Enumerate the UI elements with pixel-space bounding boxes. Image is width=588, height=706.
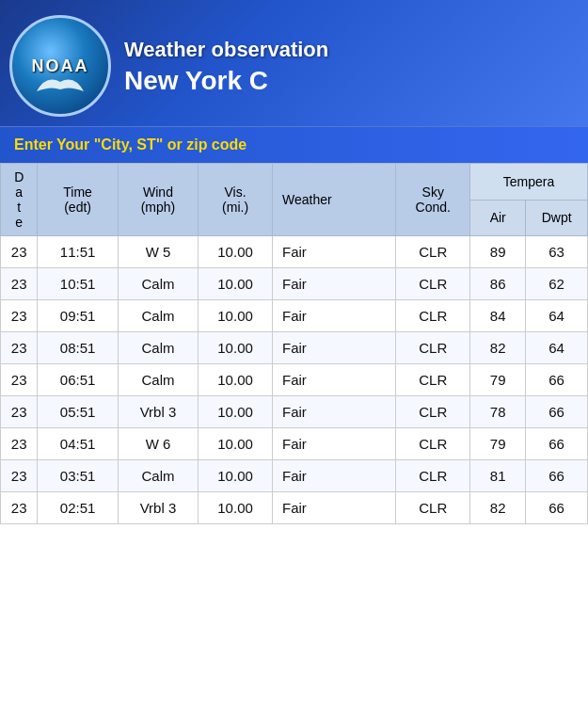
- cell-weather: Fair: [272, 236, 395, 268]
- cell-wind: Vrbl 3: [118, 492, 198, 524]
- table-row: 2306:51Calm10.00FairCLR7966: [1, 364, 588, 396]
- cell-weather: Fair: [272, 396, 395, 428]
- cell-weather: Fair: [272, 268, 395, 300]
- cell-wind: W 6: [118, 428, 198, 460]
- col-header-time: Time(edt): [38, 164, 118, 236]
- cell-air: 81: [470, 460, 526, 492]
- cell-vis: 10.00: [199, 332, 273, 364]
- table-row: 2305:51Vrbl 310.00FairCLR7866: [1, 396, 588, 428]
- cell-weather: Fair: [272, 492, 395, 524]
- cell-date: 23: [1, 428, 38, 460]
- cell-time: 05:51: [38, 396, 118, 428]
- cell-wind: Calm: [118, 460, 198, 492]
- table-row: 2302:51Vrbl 310.00FairCLR8266: [1, 492, 588, 524]
- table-row: 2311:51W 510.00FairCLR8963: [1, 236, 588, 268]
- cell-date: 23: [1, 236, 38, 268]
- cell-sky: CLR: [396, 332, 470, 364]
- cell-date: 23: [1, 492, 38, 524]
- cell-air: 79: [470, 364, 526, 396]
- cell-wind: Calm: [118, 364, 198, 396]
- city-bar[interactable]: Enter Your "City, ST" or zip code: [0, 126, 588, 163]
- cell-air: 89: [470, 236, 526, 268]
- cell-dwpt: 63: [526, 236, 588, 268]
- cell-weather: Fair: [272, 460, 395, 492]
- cell-wind: Calm: [118, 300, 198, 332]
- header: NOAA Weather observation New York C: [0, 0, 588, 126]
- cell-air: 78: [470, 396, 526, 428]
- noaa-label: NOAA: [32, 56, 89, 76]
- table-row: 2309:51Calm10.00FairCLR8464: [1, 300, 588, 332]
- cell-time: 03:51: [38, 460, 118, 492]
- cell-dwpt: 64: [526, 300, 588, 332]
- cell-sky: CLR: [396, 492, 470, 524]
- cell-wind: Calm: [118, 268, 198, 300]
- cell-air: 79: [470, 428, 526, 460]
- cell-time: 02:51: [38, 492, 118, 524]
- col-header-air: Air: [470, 200, 526, 236]
- cell-dwpt: 66: [526, 364, 588, 396]
- cell-wind: Vrbl 3: [118, 396, 198, 428]
- header-city: New York C: [124, 66, 579, 96]
- noaa-logo: NOAA: [9, 15, 113, 119]
- cell-dwpt: 66: [526, 492, 588, 524]
- cell-vis: 10.00: [199, 300, 273, 332]
- table-body: 2311:51W 510.00FairCLR89632310:51Calm10.…: [1, 236, 588, 524]
- table-row: 2310:51Calm10.00FairCLR8662: [1, 268, 588, 300]
- cell-air: 82: [470, 332, 526, 364]
- col-header-wind: Wind(mph): [118, 164, 198, 236]
- cell-vis: 10.00: [199, 428, 273, 460]
- cell-air: 84: [470, 300, 526, 332]
- cell-vis: 10.00: [199, 268, 273, 300]
- cell-time: 08:51: [38, 332, 118, 364]
- cell-time: 04:51: [38, 428, 118, 460]
- cell-weather: Fair: [272, 364, 395, 396]
- cell-wind: W 5: [118, 236, 198, 268]
- header-title: Weather observation: [124, 38, 579, 62]
- cell-date: 23: [1, 332, 38, 364]
- cell-dwpt: 66: [526, 396, 588, 428]
- cell-vis: 10.00: [199, 492, 273, 524]
- cell-dwpt: 64: [526, 332, 588, 364]
- cell-vis: 10.00: [199, 236, 273, 268]
- cell-sky: CLR: [396, 236, 470, 268]
- cell-vis: 10.00: [199, 364, 273, 396]
- cell-dwpt: 62: [526, 268, 588, 300]
- cell-sky: CLR: [396, 300, 470, 332]
- city-input-label: Enter Your "City, ST" or zip code: [14, 136, 246, 152]
- cell-sky: CLR: [396, 460, 470, 492]
- cell-time: 10:51: [38, 268, 118, 300]
- cell-sky: CLR: [396, 364, 470, 396]
- col-header-vis: Vis.(mi.): [199, 164, 273, 236]
- header-text-area: Weather observation New York C: [124, 38, 588, 96]
- observations-table: Date Time(edt) Wind(mph) Vis.(mi.) Weath…: [0, 163, 588, 524]
- cell-wind: Calm: [118, 332, 198, 364]
- table-header-row: Date Time(edt) Wind(mph) Vis.(mi.) Weath…: [1, 164, 588, 201]
- cell-dwpt: 66: [526, 460, 588, 492]
- table-row: 2308:51Calm10.00FairCLR8264: [1, 332, 588, 364]
- cell-date: 23: [1, 364, 38, 396]
- cell-vis: 10.00: [199, 460, 273, 492]
- observations-table-wrapper: Date Time(edt) Wind(mph) Vis.(mi.) Weath…: [0, 163, 588, 524]
- cell-time: 09:51: [38, 300, 118, 332]
- cell-time: 06:51: [38, 364, 118, 396]
- col-header-date: Date: [1, 164, 38, 236]
- col-header-temperature: Tempera: [470, 164, 588, 201]
- col-header-dwpt: Dwpt: [526, 200, 588, 236]
- cell-air: 82: [470, 492, 526, 524]
- cell-date: 23: [1, 300, 38, 332]
- col-header-weather: Weather: [272, 164, 395, 236]
- cell-date: 23: [1, 396, 38, 428]
- cell-date: 23: [1, 268, 38, 300]
- col-header-sky: SkyCond.: [396, 164, 470, 236]
- cell-weather: Fair: [272, 332, 395, 364]
- cell-dwpt: 66: [526, 428, 588, 460]
- cell-sky: CLR: [396, 268, 470, 300]
- table-row: 2304:51W 610.00FairCLR7966: [1, 428, 588, 460]
- cell-date: 23: [1, 460, 38, 492]
- table-row: 2303:51Calm10.00FairCLR8166: [1, 460, 588, 492]
- cell-weather: Fair: [272, 300, 395, 332]
- cell-sky: CLR: [396, 396, 470, 428]
- cell-time: 11:51: [38, 236, 118, 268]
- cell-vis: 10.00: [199, 396, 273, 428]
- cell-air: 86: [470, 268, 526, 300]
